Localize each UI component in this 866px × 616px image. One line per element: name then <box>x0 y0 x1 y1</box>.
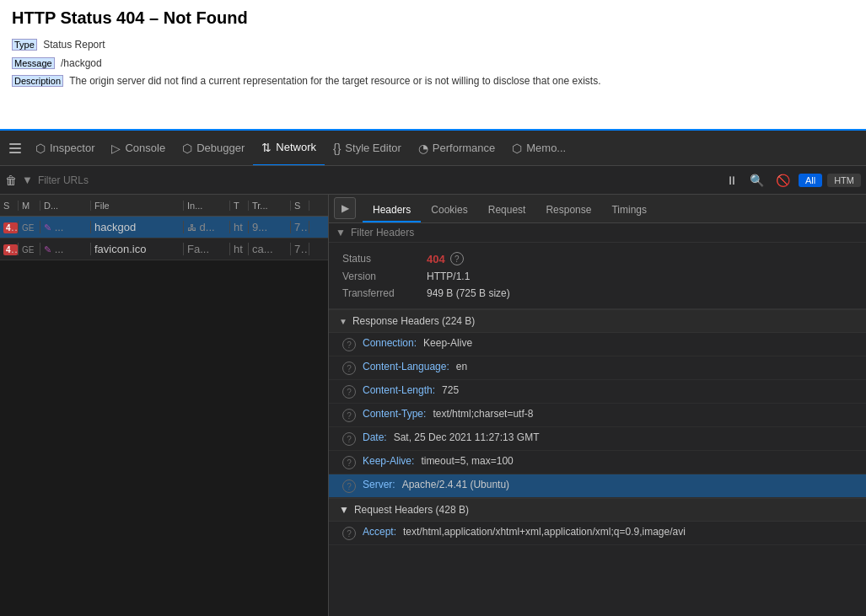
req-status-1: 40 <box>0 221 19 233</box>
response-headers-section[interactable]: ▼ Response Headers (224 B) <box>329 309 866 333</box>
req-header-value: text/html,application/xhtml+xml,applicat… <box>403 526 686 538</box>
req-type-2: ht <box>230 243 249 255</box>
sub-tab-headers[interactable]: Headers <box>363 199 421 222</box>
header-name: Content-Length: <box>363 384 435 396</box>
tab-debugger-label: Debugger <box>196 142 245 154</box>
request-list: S M D... File In... T Tr... S 40 GE ✎ ..… <box>0 195 329 616</box>
message-value: /hackgod <box>61 57 102 69</box>
pause-icon[interactable]: ⏸ <box>723 172 741 189</box>
devtools-toggle-icon[interactable] <box>3 137 27 160</box>
response-header-item: ? Date: Sat, 25 Dec 2021 11:27:13 GMT <box>329 427 866 451</box>
tab-network-label: Network <box>276 141 316 153</box>
req-header-help-icon[interactable]: ? <box>342 527 356 540</box>
search-icon[interactable]: 🔍 <box>746 172 767 189</box>
header-help-icon[interactable]: ? <box>342 456 356 469</box>
transferred-row: Transferred 949 B (725 B size) <box>342 285 853 302</box>
transferred-label: Transferred <box>342 287 427 299</box>
response-headers-arrow: ▼ <box>339 317 347 326</box>
transfer-icon-1: 🖧 <box>187 222 196 233</box>
status-row: Status 404 ? <box>342 249 853 268</box>
sub-tab-request[interactable]: Request <box>478 199 536 222</box>
description-label: Description <box>12 75 63 87</box>
filter-url-input[interactable] <box>38 174 718 186</box>
response-header-list: ? Connection: Keep-Alive ? Content-Langu… <box>329 333 866 498</box>
request-row[interactable]: 40 GE ✎ ... favicon.ico Fa... ht ca... 7… <box>0 238 328 260</box>
request-list-header: S M D... File In... T Tr... S <box>0 195 328 217</box>
filter-all-button[interactable]: All <box>799 174 822 187</box>
req-size-2: 72 <box>291 243 309 255</box>
req-transferred-2: ca... <box>249 243 291 255</box>
svg-rect-2 <box>9 152 21 153</box>
req-header-name: Accept: <box>363 526 396 538</box>
sub-tab-cookies[interactable]: Cookies <box>421 199 477 222</box>
header-value: Sat, 25 Dec 2021 11:27:13 GMT <box>394 431 540 443</box>
clear-requests-button[interactable]: 🗑 <box>5 174 17 187</box>
tab-network[interactable]: ⇅ Network <box>253 131 325 166</box>
svg-rect-0 <box>9 143 21 145</box>
sub-tabs: ▶ Headers Cookies Request Response Timin… <box>329 195 866 223</box>
filter-html-button[interactable]: HTM <box>827 174 861 187</box>
tab-performance[interactable]: ◔ Performance <box>410 131 503 166</box>
req-file-1: hackgod <box>91 221 184 233</box>
req-initiator-1: 🖧 d... <box>184 221 230 233</box>
status-help-icon[interactable]: ? <box>450 252 464 265</box>
req-domain-2: ✎ ... <box>40 243 91 255</box>
col-header-m: M <box>19 201 40 211</box>
tab-inspector[interactable]: ⬡ Inspector <box>27 131 103 166</box>
detail-panel: ▶ Headers Cookies Request Response Timin… <box>329 195 866 616</box>
request-row[interactable]: 40 GE ✎ ... hackgod 🖧 d... ht 9... 72 <box>0 217 328 238</box>
page-title: HTTP Status 404 – Not Found <box>12 8 854 28</box>
performance-icon: ◔ <box>418 142 428 155</box>
header-value: timeout=5, max=100 <box>421 455 513 467</box>
header-value: en <box>456 361 467 372</box>
header-help-icon[interactable]: ? <box>342 385 356 399</box>
response-header-item: ? Server: Apache/2.4.41 (Ubuntu) <box>329 474 866 498</box>
header-help-icon[interactable]: ? <box>342 409 356 422</box>
tab-debugger[interactable]: ⬡ Debugger <box>174 131 253 166</box>
network-filter-bar: 🗑 ▼ ⏸ 🔍 🚫 All HTM <box>0 166 866 195</box>
col-header-in: In... <box>184 201 230 211</box>
header-help-icon[interactable]: ? <box>342 432 356 446</box>
tab-style-editor[interactable]: {} Style Editor <box>325 131 410 166</box>
network-icon: ⇅ <box>261 141 272 154</box>
request-headers-arrow: ▼ <box>339 504 349 516</box>
status-value: 404 <box>427 253 445 265</box>
col-header-s: S <box>0 201 19 211</box>
version-row: Version HTTP/1.1 <box>342 268 853 285</box>
header-name: Keep-Alive: <box>363 455 414 467</box>
status-label: Status <box>342 253 427 265</box>
devtools-toolbar: ⬡ Inspector ▷ Console ⬡ Debugger ⇅ Netwo… <box>0 131 866 166</box>
meta-message: Message /hackgod <box>12 55 854 73</box>
col-header-t: T <box>230 201 249 211</box>
request-headers-section[interactable]: ▼ Request Headers (428 B) <box>329 498 866 522</box>
tab-memory[interactable]: ⬡ Memo... <box>503 131 574 166</box>
console-icon: ▷ <box>111 142 121 155</box>
header-help-icon[interactable]: ? <box>342 338 356 351</box>
response-header-item: ? Connection: Keep-Alive <box>329 333 866 356</box>
sub-tab-timings[interactable]: Timings <box>601 199 657 222</box>
meta-type: Type Status Report <box>12 36 854 55</box>
debugger-icon: ⬡ <box>182 142 192 155</box>
tab-console-label: Console <box>125 142 165 154</box>
response-headers-label: Response Headers (224 B) <box>352 315 475 327</box>
block-icon[interactable]: 🚫 <box>772 172 793 189</box>
meta-description: Description The origin server did not fi… <box>12 72 854 91</box>
sub-tab-response[interactable]: Response <box>535 199 601 222</box>
header-help-icon[interactable]: ? <box>342 362 356 375</box>
message-label: Message <box>12 57 55 69</box>
header-value: text/html;charset=utf-8 <box>433 408 533 420</box>
info-section: Status 404 ? Version HTTP/1.1 Transferre… <box>329 243 866 309</box>
play-button[interactable]: ▶ <box>334 197 356 219</box>
tab-console[interactable]: ▷ Console <box>103 131 174 166</box>
tab-inspector-label: Inspector <box>50 142 94 154</box>
request-header-item: ? Accept: text/html,application/xhtml+xm… <box>329 522 866 545</box>
main-panel: S M D... File In... T Tr... S 40 GE ✎ ..… <box>0 195 866 616</box>
header-value: Keep-Alive <box>423 337 472 349</box>
filter-headers-icon: ▼ <box>336 227 346 238</box>
version-value: HTTP/1.1 <box>427 271 470 282</box>
tab-performance-label: Performance <box>433 142 495 154</box>
transferred-value: 949 B (725 B size) <box>427 287 510 299</box>
header-help-icon[interactable]: ? <box>342 479 356 493</box>
col-header-d: D... <box>40 201 91 211</box>
req-status-2: 40 <box>0 243 19 255</box>
